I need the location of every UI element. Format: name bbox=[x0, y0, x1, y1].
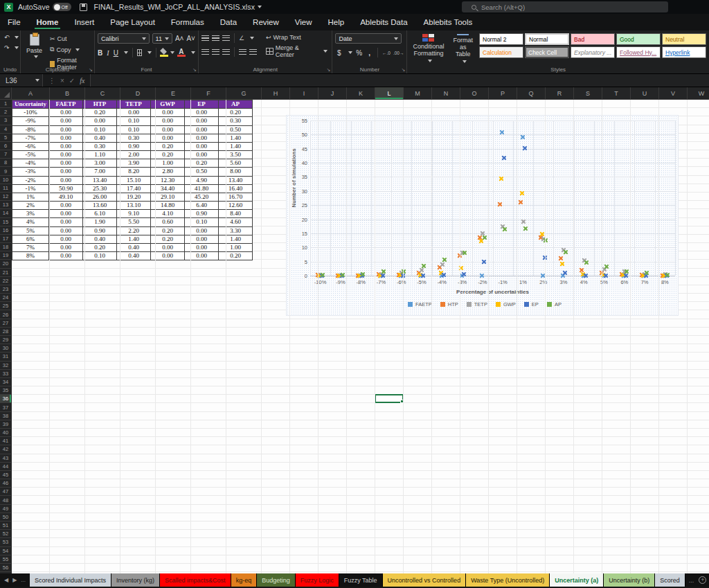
table-cell[interactable]: 41.80 bbox=[185, 184, 219, 193]
table-cell[interactable]: 0.00 bbox=[49, 159, 83, 168]
row-header-27[interactable]: 27 bbox=[0, 319, 11, 328]
row-header-49[interactable]: 49 bbox=[0, 505, 11, 513]
table-cell[interactable]: 0.10 bbox=[83, 125, 117, 134]
column-header-M[interactable]: M bbox=[404, 87, 432, 99]
search-input[interactable]: Search (Alt+Q) bbox=[462, 1, 668, 12]
table-cell[interactable]: 0.50 bbox=[219, 125, 253, 134]
table-cell[interactable]: 0.10 bbox=[117, 117, 151, 125]
table-cell[interactable]: 3.00 bbox=[83, 159, 117, 168]
copy-button[interactable]: ⧉ Copy bbox=[48, 45, 91, 54]
row-header-14[interactable]: 14 bbox=[0, 209, 11, 217]
table-cell[interactable]: 7.00 bbox=[83, 168, 117, 176]
conditional-formatting-button[interactable]: Conditional Formatting bbox=[410, 33, 447, 64]
column-header-G[interactable]: G bbox=[226, 87, 262, 99]
table-cell[interactable]: 2% bbox=[12, 202, 49, 210]
new-sheet-button[interactable]: + bbox=[699, 576, 706, 584]
table-cell[interactable]: 3.90 bbox=[117, 159, 151, 168]
underline-button[interactable]: U bbox=[114, 49, 118, 57]
menu-tab-ablebits-data[interactable]: Ablebits Data bbox=[359, 15, 408, 29]
row-header-20[interactable]: 20 bbox=[0, 260, 11, 268]
row-header-29[interactable]: 29 bbox=[0, 336, 11, 344]
name-box[interactable]: L36 bbox=[0, 74, 43, 87]
table-cell[interactable]: -9% bbox=[12, 117, 49, 125]
table-cell[interactable]: 0.00 bbox=[185, 252, 219, 260]
row-header-30[interactable]: 30 bbox=[0, 344, 11, 353]
table-cell[interactable]: 0.00 bbox=[185, 151, 219, 159]
autosave-switch-icon[interactable]: Off bbox=[53, 3, 71, 11]
grow-font-button[interactable]: A˄ bbox=[175, 35, 184, 42]
excel-app-icon[interactable]: X bbox=[4, 3, 13, 12]
uncertainty-chart[interactable]: 0510152025303540455055-10%-9%-8%-7%-6%-5… bbox=[286, 115, 679, 316]
column-header-K[interactable]: K bbox=[347, 87, 375, 99]
column-header-V[interactable]: V bbox=[659, 87, 688, 99]
column-header-A[interactable]: A bbox=[12, 87, 50, 99]
menu-tab-page-layout[interactable]: Page Layout bbox=[109, 15, 156, 29]
table-cell[interactable]: 8% bbox=[12, 252, 49, 260]
table-cell[interactable]: 0.00 bbox=[185, 117, 219, 125]
borders-icon[interactable] bbox=[137, 49, 142, 56]
table-cell[interactable]: 0.40 bbox=[117, 252, 151, 260]
table-cell[interactable]: 50.90 bbox=[49, 184, 83, 193]
column-header-F[interactable]: F bbox=[191, 87, 226, 99]
table-cell[interactable]: 12.60 bbox=[219, 202, 253, 210]
column-header-S[interactable]: S bbox=[574, 87, 602, 99]
table-cell[interactable]: -8% bbox=[12, 125, 49, 134]
grid-canvas[interactable]: UncertaintyFAETPHTPTETPGWPEPAP-10%0.000.… bbox=[12, 100, 709, 573]
row-header-4[interactable]: 4 bbox=[0, 125, 11, 134]
sheet-tab-kg-eq[interactable]: kg-eq bbox=[231, 573, 258, 587]
row-header-16[interactable]: 16 bbox=[0, 226, 11, 235]
column-header-E[interactable]: E bbox=[156, 87, 191, 99]
cell-style-check-cell[interactable]: Check Cell bbox=[525, 46, 569, 58]
table-cell[interactable]: 3.50 bbox=[219, 151, 253, 159]
align-middle-icon[interactable] bbox=[212, 35, 219, 41]
cell-style-explanatory-[interactable]: Explanatory ... bbox=[571, 46, 615, 58]
table-cell[interactable]: 1.40 bbox=[117, 235, 151, 243]
table-cell[interactable]: 1.40 bbox=[219, 134, 253, 142]
row-header-35[interactable]: 35 bbox=[0, 386, 11, 395]
column-header-Q[interactable]: Q bbox=[517, 87, 546, 99]
uncertainty-table[interactable]: UncertaintyFAETPHTPTETPGWPEPAP-10%0.000.… bbox=[12, 100, 253, 260]
autosave-toggle[interactable]: AutoSave Off bbox=[18, 3, 71, 11]
table-cell[interactable]: 0.00 bbox=[49, 109, 83, 117]
table-cell[interactable]: 0.20 bbox=[219, 109, 253, 117]
row-header-53[interactable]: 53 bbox=[0, 538, 11, 546]
row-header-48[interactable]: 48 bbox=[0, 496, 11, 504]
table-cell[interactable]: 0.00 bbox=[49, 235, 83, 243]
table-cell[interactable]: -2% bbox=[12, 176, 49, 184]
align-right-icon[interactable] bbox=[222, 49, 230, 55]
confirm-entry-icon[interactable]: ✓ bbox=[69, 77, 75, 84]
table-cell[interactable]: 5% bbox=[12, 226, 49, 235]
font-color-icon[interactable]: A bbox=[177, 48, 186, 57]
cell-style-hyperlink[interactable]: Hyperlink bbox=[662, 46, 706, 58]
name-box-chevron-icon[interactable] bbox=[35, 79, 39, 82]
table-cell[interactable]: 17.40 bbox=[117, 184, 151, 193]
table-cell[interactable]: 2.00 bbox=[117, 151, 151, 159]
table-cell[interactable]: 0.30 bbox=[219, 117, 253, 125]
row-header-1[interactable]: 1 bbox=[0, 100, 11, 108]
decrease-decimal-button[interactable]: .00→ bbox=[393, 51, 404, 55]
cell-style-normal[interactable]: Normal bbox=[525, 33, 569, 45]
menu-tab-home[interactable]: Home bbox=[36, 15, 60, 29]
undo-button[interactable]: ↶ bbox=[3, 33, 20, 42]
table-cell[interactable]: -6% bbox=[12, 142, 49, 150]
font-family-select[interactable]: Calibri bbox=[98, 33, 150, 44]
table-cell[interactable]: 4.90 bbox=[185, 176, 219, 184]
save-icon[interactable] bbox=[80, 3, 87, 11]
table-cell[interactable]: 15.10 bbox=[117, 176, 151, 184]
table-cell[interactable]: 0.30 bbox=[117, 134, 151, 142]
sheet-tab-fuzzy-logic[interactable]: Fuzzy Logic bbox=[296, 573, 339, 587]
sheet-tab-waste-type-uncontrolled-[interactable]: Waste Type (Uncontrolled) bbox=[466, 573, 550, 587]
legend-item-ap[interactable]: AP bbox=[547, 301, 562, 308]
table-cell[interactable]: 49.10 bbox=[49, 193, 83, 201]
table-cell[interactable]: 0.00 bbox=[49, 202, 83, 210]
decrease-indent-icon[interactable] bbox=[239, 49, 246, 55]
table-cell[interactable]: 1% bbox=[12, 193, 49, 201]
table-cell[interactable]: 1.40 bbox=[219, 142, 253, 150]
legend-item-ep[interactable]: EP bbox=[524, 301, 539, 308]
row-header-56[interactable]: 56 bbox=[0, 564, 11, 572]
cancel-entry-icon[interactable]: × bbox=[60, 77, 64, 84]
row-header-52[interactable]: 52 bbox=[0, 530, 11, 538]
cell-style-normal-2[interactable]: Normal 2 bbox=[479, 33, 523, 45]
table-cell[interactable]: -10% bbox=[12, 109, 49, 117]
table-cell[interactable]: 25.30 bbox=[83, 184, 117, 193]
